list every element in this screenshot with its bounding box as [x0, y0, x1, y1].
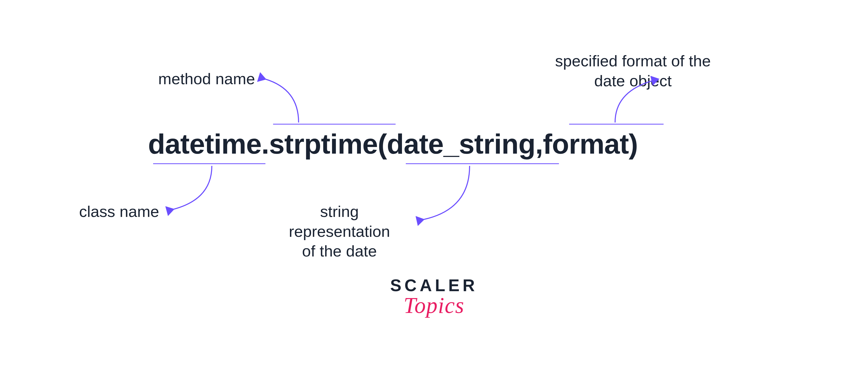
annotation-class-name: class name — [79, 202, 159, 221]
arrow-method-name — [258, 71, 309, 128]
diagram-canvas: datetime.strptime(date_string, format) m… — [0, 0, 868, 368]
token-comma: , — [535, 128, 543, 160]
token-arg1: date_string — [387, 128, 535, 160]
annotation-format-line1: specified format of the — [555, 52, 711, 70]
code-expression: datetime.strptime(date_string, format) — [148, 128, 638, 160]
logo: SCALER Topics — [390, 276, 478, 318]
annotation-string-repr-line2: of the date — [302, 242, 377, 260]
logo-topics: Topics — [390, 293, 478, 318]
token-open-paren: ( — [378, 128, 387, 160]
arrow-format — [602, 74, 669, 130]
token-close-paren: ) — [629, 128, 638, 160]
annotation-string-repr: string representation of the date — [268, 202, 411, 261]
annotation-method-name: method name — [158, 69, 255, 89]
token-arg2: format — [543, 128, 629, 160]
token-method-name: strptime — [269, 128, 378, 160]
arrow-class-name — [166, 163, 232, 219]
token-dot: . — [261, 128, 269, 160]
logo-scaler: SCALER — [390, 276, 478, 295]
arrow-string-repr — [416, 163, 488, 230]
annotation-string-repr-line1: string representation — [289, 203, 390, 240]
token-class-name: datetime — [148, 128, 261, 160]
annotation-class-name-text: class name — [79, 203, 159, 220]
annotation-method-name-text: method name — [158, 70, 255, 88]
